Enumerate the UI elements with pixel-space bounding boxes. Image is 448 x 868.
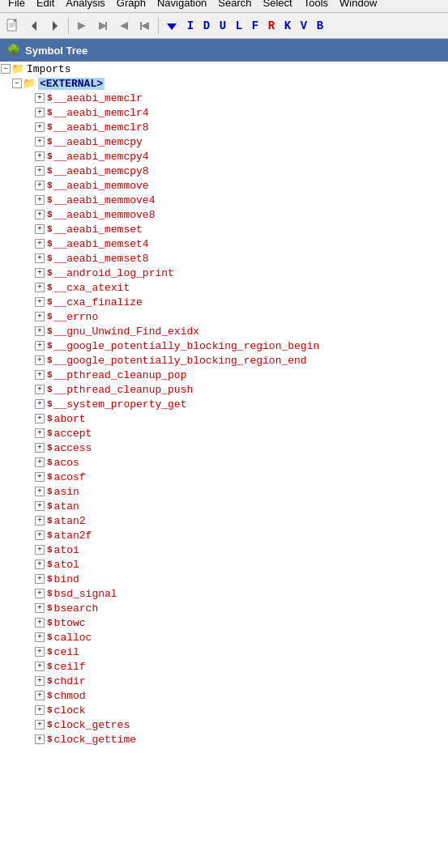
expand-btn-__errno[interactable] [35,312,45,321]
tree-item-atan2[interactable]: $atan2 [0,513,448,528]
tree-item-atol[interactable]: $atol [0,557,448,572]
nav-btn-4[interactable] [135,16,155,36]
expand-btn-__cxa_atexit[interactable] [35,283,45,292]
expand-btn-__google_potentially_blocking_region_begin[interactable] [35,341,45,351]
new-button[interactable] [3,16,23,36]
menu-item-search[interactable]: Search [213,0,256,10]
expand-btn-__android_log_print[interactable] [35,268,45,278]
expand-btn-__pthread_cleanup_push[interactable] [35,385,45,394]
nav-btn-3[interactable] [114,16,134,36]
tree-item-calloc[interactable]: $calloc [0,630,448,645]
toolbar-r-button[interactable]: R [264,19,279,32]
tree-item-__google_potentially_blocking_region_end[interactable]: $__google_potentially_blocking_region_en… [0,353,448,368]
expand-btn-bsearch[interactable] [35,603,45,613]
expand-btn-asin[interactable] [35,487,45,496]
tree-item-__aeabi_memmove4[interactable]: $__aeabi_memmove4 [0,193,448,207]
tree-item-__android_log_print[interactable]: $__android_log_print [0,266,448,280]
tree-item-__aeabi_memclr[interactable]: $__aeabi_memclr [0,91,448,105]
tree-item-__aeabi_memmove8[interactable]: $__aeabi_memmove8 [0,207,448,222]
tree-item-__aeabi_memcpy8[interactable]: $__aeabi_memcpy8 [0,164,448,178]
expand-btn-__aeabi_memmove8[interactable] [35,210,45,219]
tree-item-__aeabi_memcpy4[interactable]: $__aeabi_memcpy4 [0,149,448,164]
nav-btn-2[interactable] [93,16,113,36]
expand-btn-__cxa_finalize[interactable] [35,297,45,307]
expand-btn-atan[interactable] [35,501,45,511]
expand-btn-acosf[interactable] [35,472,45,482]
tree-item-__aeabi_memset[interactable]: $__aeabi_memset [0,222,448,236]
tree-item-__google_potentially_blocking_region_begin[interactable]: $__google_potentially_blocking_region_be… [0,338,448,353]
tree-item-__system_property_get[interactable]: $__system_property_get [0,397,448,411]
expand-btn-__aeabi_memcpy[interactable] [35,137,45,147]
expand-btn-clock_getres[interactable] [35,720,45,730]
menu-item-analysis[interactable]: Analysis [61,0,109,10]
tree-item-atan2f[interactable]: $atan2f [0,528,448,542]
expand-btn-__system_property_get[interactable] [35,399,45,409]
toolbar-i-button[interactable]: I [183,19,198,32]
nav-btn-1[interactable] [72,16,92,36]
expand-btn-acos[interactable] [35,457,45,467]
expand-btn-__aeabi_memclr[interactable] [35,93,45,103]
expand-btn-__pthread_cleanup_pop[interactable] [35,370,45,380]
toolbar-d-button[interactable]: D [199,19,214,32]
tree-item-atoi[interactable]: $atoi [0,542,448,557]
menu-item-window[interactable]: Window [335,0,382,10]
toolbar-l-button[interactable]: L [232,19,246,32]
tree-item-bsd_signal[interactable]: $bsd_signal [0,586,448,601]
expand-btn-imports[interactable] [1,64,11,74]
expand-btn-__aeabi_memcpy4[interactable] [35,151,45,161]
toolbar-b-button[interactable]: B [313,19,327,32]
menu-item-select[interactable]: Select [258,0,297,10]
tree-item-atan[interactable]: $atan [0,499,448,513]
tree-item-__errno[interactable]: $__errno [0,309,448,324]
tree-item-clock_gettime[interactable]: $clock_gettime [0,732,448,747]
tree-item-asin[interactable]: $asin [0,484,448,499]
tree-item-__pthread_cleanup_push[interactable]: $__pthread_cleanup_push [0,382,448,397]
expand-btn-__google_potentially_blocking_region_end[interactable] [35,355,45,365]
tree-item-acos[interactable]: $acos [0,455,448,470]
expand-btn-__aeabi_memset[interactable] [35,224,45,234]
expand-btn-atoi[interactable] [35,545,45,555]
tree-item-clock_getres[interactable]: $clock_getres [0,717,448,732]
tree-item-__aeabi_memset4[interactable]: $__aeabi_memset4 [0,236,448,251]
expand-btn-chdir[interactable] [35,676,45,686]
back-button[interactable] [24,16,44,36]
expand-btn-atan2[interactable] [35,516,45,525]
tree-item-__cxa_atexit[interactable]: $__cxa_atexit [0,280,448,295]
expand-btn-external[interactable] [12,79,22,88]
toolbar-v-button[interactable]: V [297,19,311,32]
expand-btn-bind[interactable] [35,574,45,584]
tree-item-bind[interactable]: $bind [0,572,448,586]
menu-item-graph[interactable]: Graph [112,0,151,10]
tree-item-bsearch[interactable]: $bsearch [0,601,448,615]
expand-btn-__aeabi_memclr8[interactable] [35,122,45,132]
tree-item-imports[interactable]: 📁Imports [0,62,448,76]
expand-btn-atol[interactable] [35,560,45,569]
expand-btn-__aeabi_memclr4[interactable] [35,108,45,117]
expand-btn-calloc[interactable] [35,632,45,642]
tree-item-__aeabi_memmove[interactable]: $__aeabi_memmove [0,178,448,193]
menu-item-navigation[interactable]: Navigation [152,0,211,10]
tree-item-ceil[interactable]: $ceil [0,645,448,659]
expand-btn-accept[interactable] [35,428,45,438]
expand-btn-ceil[interactable] [35,647,45,657]
tree-item-__aeabi_memclr4[interactable]: $__aeabi_memclr4 [0,105,448,120]
tree-item-__pthread_cleanup_pop[interactable]: $__pthread_cleanup_pop [0,368,448,382]
tree-item-__aeabi_memcpy[interactable]: $__aeabi_memcpy [0,134,448,149]
expand-btn-atan2f[interactable] [35,530,45,540]
tree-item-__cxa_finalize[interactable]: $__cxa_finalize [0,295,448,309]
tree-item-__gnu_Unwind_Find_exidx[interactable]: $__gnu_Unwind_Find_exidx [0,324,448,338]
expand-btn-ceilf[interactable] [35,662,45,671]
tree-item-chmod[interactable]: $chmod [0,688,448,703]
arrow-down-button[interactable] [162,16,181,36]
tree-item-clock[interactable]: $clock [0,703,448,717]
tree-item-abort[interactable]: $abort [0,411,448,426]
expand-btn-chmod[interactable] [35,691,45,700]
menu-item-file[interactable]: File [3,0,30,10]
toolbar-k-button[interactable]: K [280,19,295,32]
tree-item-ceilf[interactable]: $ceilf [0,659,448,674]
expand-btn-__aeabi_memcpy8[interactable] [35,166,45,176]
tree-item-__aeabi_memclr8[interactable]: $__aeabi_memclr8 [0,120,448,134]
expand-btn-__gnu_Unwind_Find_exidx[interactable] [35,326,45,336]
tree-item-access[interactable]: $access [0,440,448,455]
expand-btn-bsd_signal[interactable] [35,589,45,598]
